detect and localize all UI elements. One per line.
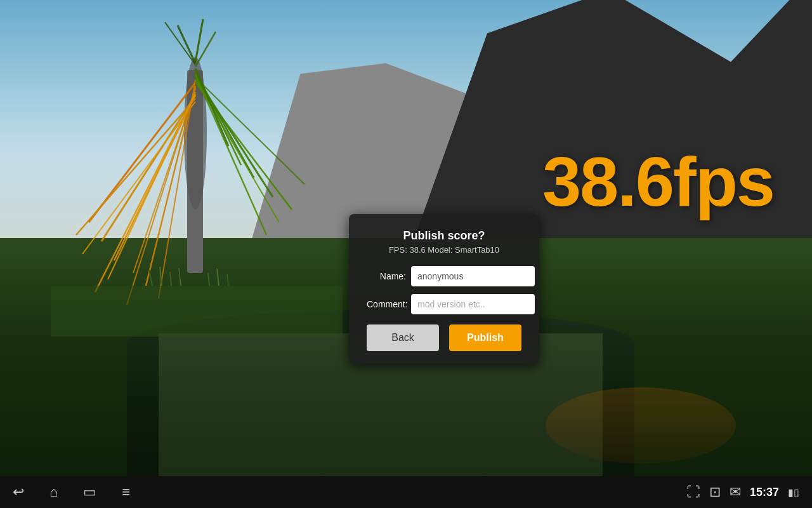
email-icon[interactable]: ✉ xyxy=(730,484,741,500)
recents-nav-icon[interactable]: ▭ xyxy=(83,484,96,500)
nav-right-icons: ⛶ ⊡ ✉ 15:37 ▮▯ xyxy=(686,484,799,500)
comment-form-row: Comment: xyxy=(367,294,521,314)
home-nav-icon[interactable]: ⌂ xyxy=(49,484,58,500)
nav-bar: ↩ ⌂ ▭ ≡ ⛶ ⊡ ✉ 15:37 ▮▯ xyxy=(0,476,812,508)
nav-left-icons: ↩ ⌂ ▭ ≡ xyxy=(13,484,130,500)
name-form-row: Name: xyxy=(367,266,521,286)
publish-button[interactable]: Publish xyxy=(449,324,521,351)
comment-label: Comment: xyxy=(367,299,411,309)
dialog-overlay: Publish score? FPS: 38.6 Model: SmartTab… xyxy=(0,0,812,476)
back-button[interactable]: Back xyxy=(367,324,439,351)
battery-icon: ▮▯ xyxy=(788,486,799,498)
dialog-title: Publish score? xyxy=(367,229,521,243)
dialog-subtitle: FPS: 38.6 Model: SmartTab10 xyxy=(367,245,521,255)
menu-nav-icon[interactable]: ≡ xyxy=(122,484,130,500)
name-input[interactable] xyxy=(411,266,535,286)
fullscreen-icon[interactable]: ⛶ xyxy=(686,484,700,500)
dialog-buttons: Back Publish xyxy=(367,324,521,351)
name-label: Name: xyxy=(367,271,411,281)
back-nav-icon[interactable]: ↩ xyxy=(13,484,24,500)
screenshot-icon[interactable]: ⊡ xyxy=(709,484,721,500)
system-time: 15:37 xyxy=(750,486,779,499)
comment-input[interactable] xyxy=(411,294,535,314)
publish-dialog: Publish score? FPS: 38.6 Model: SmartTab… xyxy=(349,214,539,364)
